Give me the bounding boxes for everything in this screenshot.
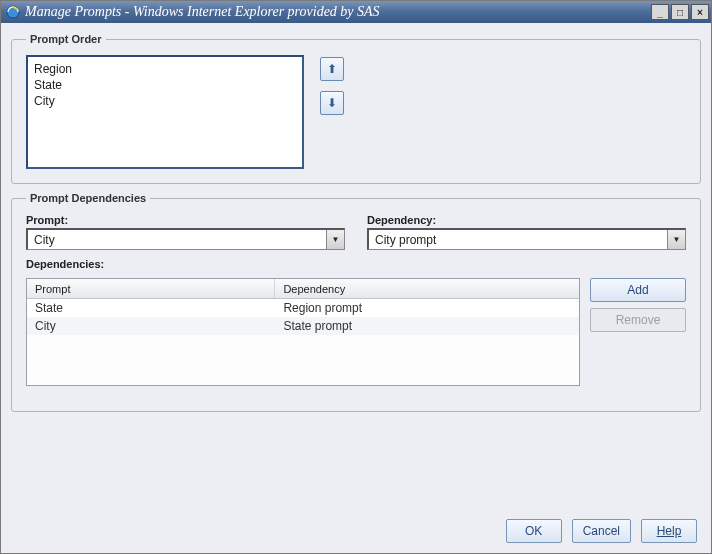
cell-dependency: Region prompt (275, 299, 579, 317)
titlebar: Manage Prompts - Windows Internet Explor… (1, 1, 711, 23)
dependencies-table[interactable]: Prompt Dependency State Region prompt Ci… (26, 278, 580, 386)
move-up-button[interactable]: ⬆ (320, 57, 344, 81)
dependency-select[interactable]: City prompt ▼ (367, 228, 686, 250)
prompt-order-list[interactable]: Region State City (26, 55, 304, 169)
prompt-order-legend: Prompt Order (26, 33, 106, 45)
prompt-label: Prompt: (26, 214, 345, 226)
dependency-buttons: Add Remove (590, 278, 686, 386)
arrow-up-icon: ⬆ (327, 62, 337, 76)
prompt-select[interactable]: City ▼ (26, 228, 345, 250)
remove-button: Remove (590, 308, 686, 332)
dependencies-label: Dependencies: (26, 258, 686, 270)
prompt-dependencies-group: Prompt Dependencies Prompt: City ▼ Depen… (11, 192, 701, 412)
reorder-controls: ⬆ ⬇ (320, 55, 344, 115)
ie-icon (5, 4, 21, 20)
list-item[interactable]: State (34, 77, 296, 93)
arrow-down-icon: ⬇ (327, 96, 337, 110)
list-item[interactable]: Region (34, 61, 296, 77)
chevron-down-icon[interactable]: ▼ (667, 230, 685, 249)
cell-prompt: State (27, 299, 275, 317)
table-body: State Region prompt City State prompt (27, 299, 579, 335)
prompt-order-group: Prompt Order Region State City ⬆ ⬇ (11, 33, 701, 184)
minimize-button[interactable]: _ (651, 4, 669, 20)
window-controls: _ □ × (651, 4, 709, 20)
dialog-footer: OK Cancel Help (11, 511, 701, 545)
close-button[interactable]: × (691, 4, 709, 20)
column-header-prompt[interactable]: Prompt (27, 279, 275, 298)
list-item[interactable]: City (34, 93, 296, 109)
dependency-select-value: City prompt (369, 230, 667, 249)
dialog-content: Prompt Order Region State City ⬆ ⬇ Promp… (1, 23, 711, 553)
chevron-down-icon[interactable]: ▼ (326, 230, 344, 249)
table-row[interactable]: State Region prompt (27, 299, 579, 317)
table-row[interactable]: City State prompt (27, 317, 579, 335)
dependency-label: Dependency: (367, 214, 686, 226)
table-header: Prompt Dependency (27, 279, 579, 299)
move-down-button[interactable]: ⬇ (320, 91, 344, 115)
window-title: Manage Prompts - Windows Internet Explor… (25, 4, 651, 20)
add-button[interactable]: Add (590, 278, 686, 302)
column-header-dependency[interactable]: Dependency (275, 279, 579, 298)
cancel-button[interactable]: Cancel (572, 519, 631, 543)
cell-dependency: State prompt (275, 317, 579, 335)
help-button[interactable]: Help (641, 519, 697, 543)
ok-button[interactable]: OK (506, 519, 562, 543)
cell-prompt: City (27, 317, 275, 335)
maximize-button[interactable]: □ (671, 4, 689, 20)
help-label: Help (657, 524, 682, 538)
prompt-select-value: City (28, 230, 326, 249)
prompt-dependencies-legend: Prompt Dependencies (26, 192, 150, 204)
